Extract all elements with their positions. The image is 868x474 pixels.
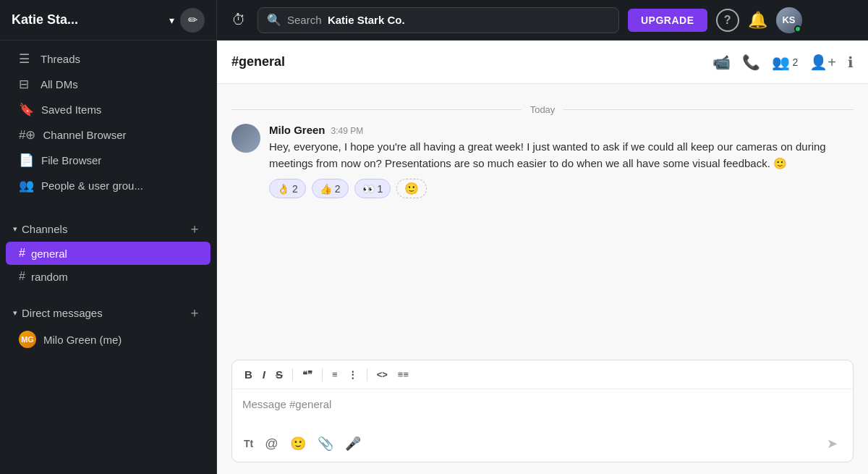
reactions-container: 👌 2 👍 2 👀 1 🙂: [269, 179, 854, 198]
saved-items-icon: 🔖: [19, 102, 34, 117]
history-button[interactable]: ⏱: [229, 9, 249, 31]
audio-button[interactable]: 🎤: [342, 433, 364, 454]
quote-button[interactable]: ❝❞: [299, 367, 316, 382]
compose-footer: Tt @ 🙂 📎 🎤 ➤: [232, 426, 853, 462]
threads-icon: ☰: [19, 51, 33, 67]
people-icon: 👥: [19, 178, 34, 193]
sidebar-item-people[interactable]: 👥 People & user grou...: [6, 173, 210, 198]
all-dms-label: All DMs: [41, 78, 78, 90]
message-avatar-milo: [231, 124, 260, 153]
mention-button[interactable]: @: [262, 433, 281, 454]
dm-section-header[interactable]: ▾ Direct messages ＋: [0, 300, 216, 326]
edit-icon: ✏: [188, 13, 197, 27]
add-reaction-button[interactable]: 🙂: [396, 179, 427, 198]
file-browser-label: File Browser: [41, 154, 101, 166]
channel-item-random[interactable]: # random: [6, 265, 210, 288]
unordered-list-button[interactable]: ⋮: [344, 367, 361, 382]
workspace-chevron-icon[interactable]: ▾: [169, 14, 174, 26]
threads-label: Threads: [41, 53, 80, 65]
reaction-thumbsup-emoji: 👍: [320, 183, 332, 195]
italic-button[interactable]: I: [259, 366, 269, 383]
chat-header-actions: 📹 📞 👥 2 👤+ ℹ: [712, 54, 854, 71]
user-avatar-wrapper: KS: [776, 7, 802, 33]
upgrade-button[interactable]: UPGRADE: [628, 9, 707, 32]
message-header: Milo Green 3:49 PM: [269, 124, 854, 136]
info-button[interactable]: ℹ: [848, 54, 854, 71]
channel-name-random: random: [31, 271, 68, 283]
all-dms-icon: ⊟: [19, 77, 33, 92]
sidebar-nav: ☰ Threads ⊟ All DMs 🔖 Saved Items #⊕ Cha…: [0, 41, 216, 204]
audio-call-button[interactable]: 📞: [742, 54, 760, 71]
toolbar-sep-1: [292, 368, 293, 381]
sidebar-item-channel-browser[interactable]: #⊕ Channel Browser: [6, 122, 210, 148]
add-dm-button[interactable]: ＋: [186, 304, 203, 321]
members-button[interactable]: 👥 2: [772, 54, 799, 71]
main-content: ☰ Threads ⊟ All DMs 🔖 Saved Items #⊕ Cha…: [0, 41, 868, 474]
code-button[interactable]: <>: [373, 367, 391, 382]
help-icon: ?: [724, 14, 731, 27]
user-status-indicator: [794, 25, 801, 33]
attach-button[interactable]: 📎: [315, 433, 336, 454]
search-bar[interactable]: 🔍 Search Katie Stark Co.: [258, 7, 619, 33]
video-call-button[interactable]: 📹: [712, 54, 731, 71]
topbar: Katie Sta... ▾ ✏ ⏱ 🔍 Search Katie Stark …: [0, 0, 868, 41]
reaction-thumbsup[interactable]: 👍 2: [312, 179, 349, 198]
sidebar-item-saved-items[interactable]: 🔖 Saved Items: [6, 97, 210, 122]
reaction-eyes[interactable]: 👀 1: [354, 179, 391, 198]
divider-line-left: [231, 109, 522, 110]
sidebar: ☰ Threads ⊟ All DMs 🔖 Saved Items #⊕ Cha…: [0, 41, 217, 474]
reaction-ok[interactable]: 👌 2: [269, 179, 306, 198]
dm-chevron-icon: ▾: [13, 308, 17, 318]
search-label: Search Katie Stark Co.: [287, 14, 405, 26]
channel-title: #general: [231, 54, 285, 69]
channel-item-general[interactable]: # general: [6, 242, 210, 265]
add-reaction-icon: 🙂: [404, 182, 419, 195]
channel-name-general: general: [31, 247, 67, 260]
file-browser-icon: 📄: [19, 153, 34, 168]
compose-button[interactable]: ✏: [180, 8, 205, 33]
channel-hash-icon-random: #: [19, 270, 25, 283]
member-count: 2: [793, 56, 799, 68]
dm-avatar-milo: MG: [19, 331, 36, 348]
reaction-eyes-count: 1: [378, 183, 383, 195]
chat-panel: #general 📹 📞 👥 2 👤+ ℹ Today: [217, 41, 868, 474]
toolbar-sep-2: [322, 368, 323, 381]
members-icon: 👥: [772, 54, 790, 71]
ordered-list-button[interactable]: ≡: [328, 367, 341, 382]
compose-toolbar: B I S ❝❞ ≡ ⋮ <> ≡≡: [232, 360, 853, 389]
strikethrough-button[interactable]: S: [272, 366, 286, 383]
text-format-button[interactable]: Tt: [241, 435, 256, 452]
date-label: Today: [530, 104, 556, 115]
reaction-ok-count: 2: [292, 183, 298, 195]
message-content: Milo Green 3:49 PM Hey, everyone, I hope…: [269, 124, 854, 198]
saved-items-label: Saved Items: [41, 103, 101, 116]
workspace-name: Katie Sta...: [12, 12, 163, 27]
sidebar-item-file-browser[interactable]: 📄 File Browser: [6, 148, 210, 173]
channel-browser-label: Channel Browser: [43, 129, 126, 141]
channels-chevron-icon: ▾: [13, 224, 17, 234]
help-button[interactable]: ?: [716, 9, 739, 32]
people-label: People & user grou...: [41, 179, 143, 192]
compose-footer-left: Tt @ 🙂 📎 🎤: [241, 433, 364, 454]
message-time: 3:49 PM: [331, 126, 364, 136]
message-author: Milo Green: [269, 124, 326, 136]
messages-area: Today Milo Green 3:49 PM Hey, everyone, …: [217, 84, 868, 351]
compose-input[interactable]: Message #general: [232, 389, 853, 426]
notifications-button[interactable]: 🔔: [748, 11, 767, 30]
send-icon: ➤: [827, 436, 838, 452]
topbar-main: ⏱ 🔍 Search Katie Stark Co. UPGRADE ? 🔔 K…: [217, 0, 868, 40]
dm-section-label: ▾ Direct messages: [13, 307, 103, 319]
emoji-button[interactable]: 🙂: [287, 433, 309, 454]
send-button[interactable]: ➤: [820, 431, 844, 456]
dm-item-milo[interactable]: MG Milo Green (me): [6, 326, 210, 353]
code-block-button[interactable]: ≡≡: [394, 367, 412, 382]
add-channel-button[interactable]: ＋: [186, 220, 203, 237]
message-item: Milo Green 3:49 PM Hey, everyone, I hope…: [231, 124, 854, 198]
add-member-button[interactable]: 👤+: [809, 54, 836, 71]
sidebar-item-threads[interactable]: ☰ Threads: [6, 46, 210, 72]
compose-box: B I S ❝❞ ≡ ⋮ <> ≡≡ Message #general: [231, 360, 854, 462]
reaction-ok-emoji: 👌: [277, 183, 289, 195]
channels-section-header[interactable]: ▾ Channels ＋: [0, 216, 216, 242]
sidebar-item-all-dms[interactable]: ⊟ All DMs: [6, 72, 210, 97]
bold-button[interactable]: B: [241, 366, 256, 383]
